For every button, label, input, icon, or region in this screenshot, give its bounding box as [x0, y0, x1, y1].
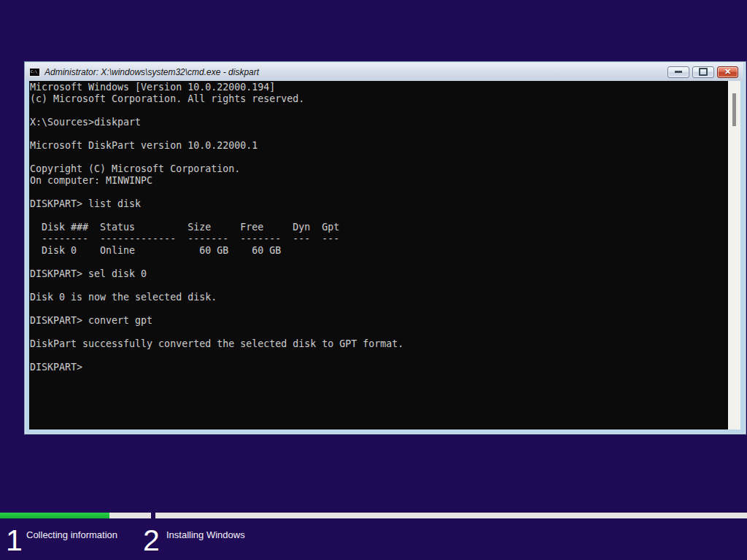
windows-setup-background: { "window": { "title": "Administrator: X… [0, 0, 747, 560]
close-button[interactable]: ✕ [717, 66, 738, 78]
console-output[interactable]: Microsoft Windows [Version 10.0.22000.19… [29, 81, 728, 429]
title-bar[interactable]: C:\_ Administrator: X:\windows\system32\… [26, 63, 743, 81]
step2-number: 2 [143, 524, 160, 556]
step1-label: Collecting information [26, 529, 117, 540]
close-icon: ✕ [724, 68, 731, 76]
cmd-window: C:\_ Administrator: X:\windows\system32\… [24, 61, 746, 435]
progress-fill [0, 513, 109, 518]
minimize-icon [675, 71, 682, 73]
progress-track-step2 [155, 513, 747, 518]
step2-label: Installing Windows [166, 529, 245, 540]
window-controls: ✕ [667, 66, 738, 78]
cmd-icon: C:\_ [29, 68, 40, 77]
progress-track-step1 [0, 513, 151, 518]
window-title: Administrator: X:\windows\system32\cmd.e… [44, 67, 663, 77]
step1-number: 1 [6, 524, 23, 556]
scrollbar[interactable] [728, 81, 740, 429]
scrollbar-thumb[interactable] [732, 93, 736, 126]
minimize-button[interactable] [667, 66, 689, 78]
maximize-icon [699, 68, 708, 76]
maximize-button[interactable] [692, 66, 714, 78]
